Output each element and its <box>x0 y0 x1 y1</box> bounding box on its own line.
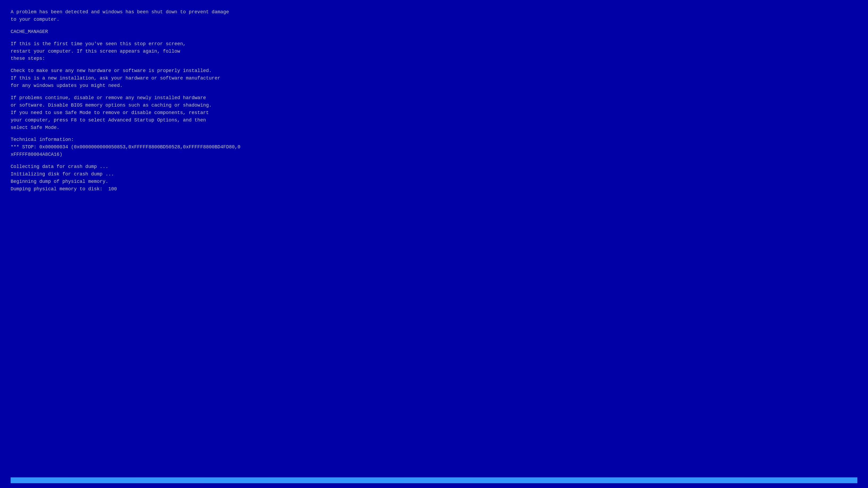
dumping-memory-text: Dumping physical memory to disk: 100 <box>11 186 857 193</box>
first-time-text: If this is the first time you've seen th… <box>11 40 857 63</box>
initializing-disk-text: Initializing disk for crash dump ... <box>11 171 857 178</box>
beginning-dump-text: Beginning dump of physical memory. <box>11 178 857 186</box>
technical-info-label: Technical information: <box>11 136 857 143</box>
disable-hardware-text: If problems continue, disable or remove … <box>11 94 857 131</box>
error-code-label: CACHE_MANAGER <box>11 28 857 36</box>
problem-detected-text: A problem has been detected and windows … <box>11 8 857 23</box>
progress-bar-container <box>11 477 857 483</box>
check-hardware-text: Check to make sure any new hardware or s… <box>11 67 857 90</box>
progress-bar-fill <box>11 477 857 483</box>
bsod-screen: A problem has been detected and windows … <box>0 0 868 488</box>
stop-code: *** STOP: 0x00000034 (0x0000000000050853… <box>11 143 857 158</box>
collecting-data-text: Collecting data for crash dump ... <box>11 163 857 171</box>
